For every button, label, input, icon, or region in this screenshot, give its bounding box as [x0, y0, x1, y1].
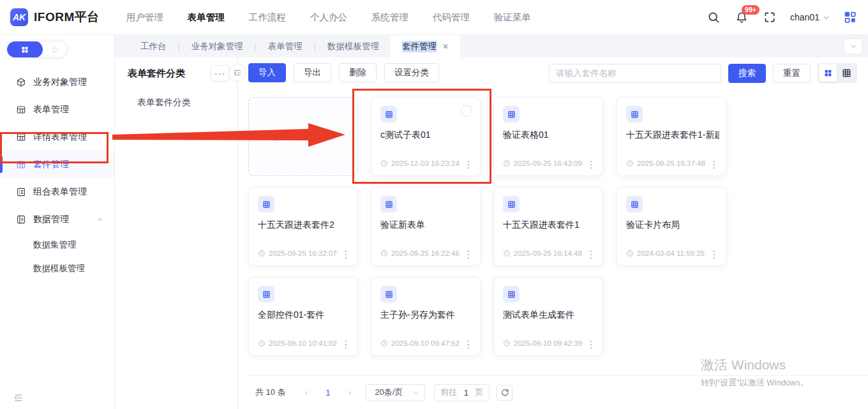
sidebar-item-business-object-mgmt[interactable]: 业务对象管理 — [0, 68, 114, 96]
card-more-icon[interactable]: ⋮ — [586, 160, 596, 170]
suite-card[interactable]: 主子孙-另存为套件 2025-09-10 09:47:52 ⋮ — [371, 277, 481, 356]
card-title: 主子孙-另存为套件 — [380, 309, 474, 321]
search-button[interactable]: 搜索 — [728, 64, 766, 83]
card-title: 十五天跟进表套件2 — [258, 219, 351, 231]
menu-grid-icon[interactable] — [7, 41, 43, 58]
card-more-icon[interactable]: ⋮ — [463, 160, 474, 170]
search-input[interactable] — [549, 64, 721, 83]
refresh-icon[interactable] — [497, 385, 513, 401]
tab-business-object-mgmt[interactable]: 业务对象管理 — [180, 35, 255, 57]
sidebar-item-detail-form-mgmt[interactable]: 详情表单管理 — [0, 123, 114, 151]
user-menu[interactable]: chan01 — [790, 12, 830, 22]
sidebar-item-data-mgmt[interactable]: 数据管理 — [0, 205, 114, 233]
nav-item-form-mgmt[interactable]: 表单管理 — [188, 11, 225, 24]
suite-card[interactable]: 验证卡片布局 2024-03-04 11:59:25 ⋮ — [617, 187, 726, 266]
favorite-star-icon[interactable]: ☆ — [43, 45, 67, 55]
table-view-icon[interactable] — [837, 64, 855, 82]
card-more-icon[interactable]: ⋮ — [463, 339, 474, 350]
tab-workbench[interactable]: 工作台 — [129, 35, 178, 57]
delete-button[interactable]: 删除 — [339, 63, 377, 82]
more-options-icon[interactable]: ··· — [210, 65, 230, 82]
page-jumper: 前往 页 — [434, 384, 490, 401]
sidebar-item-form-mgmt[interactable]: 表单管理 — [0, 96, 114, 123]
close-icon[interactable]: ✕ — [442, 42, 449, 51]
form-list-icon — [16, 187, 26, 197]
nav-item-verify-menu[interactable]: 验证菜单 — [494, 11, 531, 24]
notification-badge: 99+ — [742, 5, 760, 15]
chevron-up-icon[interactable] — [96, 216, 104, 223]
table-grid-icon — [503, 196, 520, 212]
sidebar-subitem-data-template-mgmt[interactable]: 数据模板管理 — [0, 257, 114, 280]
nav-item-system-mgmt[interactable]: 系统管理 — [371, 11, 408, 24]
card-title: 验证表格01 — [503, 130, 596, 141]
nav-item-workflow[interactable]: 工作流程 — [249, 11, 286, 24]
reset-button[interactable]: 重置 — [773, 64, 811, 83]
card-more-icon[interactable]: ⋮ — [463, 249, 474, 260]
tab-data-template-mgmt[interactable]: 数据模板管理 — [316, 35, 391, 57]
clock-icon — [380, 249, 388, 257]
import-button[interactable]: 导入 — [248, 63, 286, 82]
cube-icon — [16, 77, 26, 87]
tab-form-mgmt[interactable]: 表单管理 — [257, 35, 314, 57]
clock-icon — [380, 339, 388, 347]
sidebar-subitem-dataset-mgmt[interactable]: 数据集管理 — [0, 233, 114, 257]
prev-page-icon[interactable]: ‹ — [305, 387, 308, 398]
add-document-icon — [271, 132, 281, 142]
suite-card[interactable]: 十五天跟进表套件1-新建 2025-09-25 16:37:48 ⋮ — [617, 97, 726, 176]
nav-item-user-mgmt[interactable]: 用户管理 — [126, 11, 163, 24]
sidebar-item-label: 套件管理 — [33, 159, 69, 170]
sidebar-subitem-label: 数据集管理 — [33, 239, 77, 251]
tab-overflow-button[interactable] — [844, 38, 863, 54]
nav-item-code-mgmt[interactable]: 代码管理 — [433, 11, 470, 24]
table-grid-icon — [258, 196, 274, 212]
card-more-icon[interactable]: ⋮ — [709, 249, 719, 260]
sidebar-collapse-icon[interactable] — [13, 393, 24, 403]
clock-icon — [258, 249, 266, 257]
card-title: 验证卡片布局 — [626, 219, 719, 231]
category-tree-item[interactable]: 表单套件分类 — [115, 97, 237, 108]
suite-card[interactable]: 验证表格01 2025-09-25 16:43:09 ⋮ — [493, 97, 603, 176]
table-grid-icon — [626, 106, 643, 123]
goto-suffix: 页 — [475, 387, 483, 398]
clock-icon — [503, 249, 511, 257]
apps-grid-icon[interactable] — [842, 10, 858, 25]
card-more-icon[interactable]: ⋮ — [341, 249, 351, 260]
suite-card[interactable]: 验证新表单 2025-09-25 16:22:46 ⋮ — [371, 187, 481, 266]
export-button[interactable]: 导出 — [294, 63, 331, 82]
notification-bell-icon[interactable]: 99+ — [734, 10, 749, 25]
suite-card[interactable]: c测试子表01 2025-12-03 16:23:24 ⋮ — [371, 97, 481, 176]
suite-card[interactable]: 测试表单生成套件 2025-09-10 09:42:39 ⋮ — [493, 277, 603, 356]
page-number[interactable]: 1 — [326, 388, 330, 398]
panel-collapse-button[interactable] — [228, 64, 246, 82]
pagination-total: 共 10 条 — [255, 387, 286, 398]
card-more-icon[interactable]: ⋮ — [586, 339, 596, 350]
card-timestamp: 2025-09-10 10:41:02 — [269, 339, 337, 347]
clock-icon — [380, 160, 388, 167]
chevron-down-icon — [412, 389, 419, 396]
sidebar-item-combined-form-mgmt[interactable]: 组合表单管理 — [0, 178, 114, 205]
sidebar-item-label: 业务对象管理 — [33, 77, 87, 88]
card-more-icon[interactable]: ⋮ — [709, 160, 719, 170]
suite-card[interactable]: 十五天跟进表套件1 2025-09-25 16:14:48 ⋮ — [493, 187, 603, 266]
suite-card[interactable]: 全部控件01-套件 2025-09-10 10:41:02 ⋮ — [248, 277, 358, 356]
next-page-icon[interactable]: › — [348, 387, 352, 398]
page-size-select[interactable]: 20条/页 — [366, 384, 425, 401]
tab-suite-mgmt[interactable]: 套件管理 ✕ — [391, 35, 460, 57]
sidebar-item-suite-mgmt[interactable]: 套件管理 — [0, 151, 114, 178]
create-suite-card[interactable]: 创建表单套件 — [248, 97, 358, 176]
suite-card[interactable]: 十五天跟进表套件2 2025-09-25 16:32:07 ⋮ — [248, 187, 358, 266]
main-content: 导入 导出 删除 设置分类 搜索 重置 创建表单套件 — [238, 57, 868, 409]
card-more-icon[interactable]: ⋮ — [341, 339, 351, 350]
goto-page-input[interactable] — [461, 388, 471, 398]
fullscreen-icon[interactable] — [762, 10, 777, 25]
card-more-icon[interactable]: ⋮ — [586, 249, 596, 260]
card-select-radio[interactable] — [461, 105, 472, 117]
card-timestamp: 2024-03-04 11:59:25 — [637, 249, 705, 257]
search-icon[interactable] — [706, 10, 721, 25]
grid-view-icon[interactable] — [819, 64, 837, 82]
table-grid-icon — [258, 286, 274, 302]
sidebar-item-label: 数据管理 — [33, 214, 69, 225]
nav-item-personal-office[interactable]: 个人办公 — [310, 11, 347, 24]
goto-prefix: 前往 — [440, 387, 457, 398]
set-category-button[interactable]: 设置分类 — [384, 63, 439, 82]
